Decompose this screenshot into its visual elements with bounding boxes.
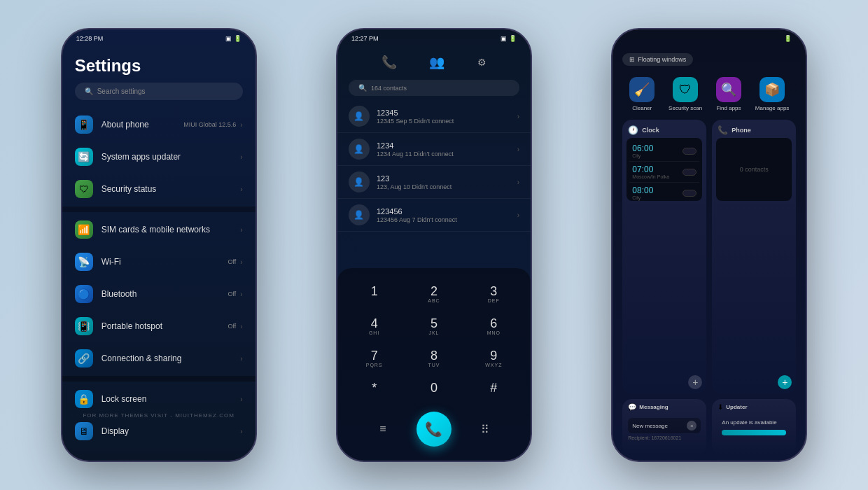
about-phone-chevron: › (240, 121, 242, 129)
float-app-cleaner[interactable]: 🧹 Cleaner (629, 77, 654, 111)
time-1: 12:28 PM (76, 35, 104, 42)
float-app-manage[interactable]: 📦 Manage apps (755, 77, 789, 111)
dial-key-6[interactable]: 6MNO (465, 312, 522, 341)
display-chevron: › (240, 428, 242, 435)
clock-toggle-2[interactable] (682, 169, 696, 176)
contact-avatar-3: 👤 (349, 172, 370, 192)
contact-item-3[interactable]: 👤 123 123, Aug 10 Didn't connect › (337, 166, 531, 199)
about-phone-icon: 📱 (75, 115, 93, 134)
clock-window-header: 🕐 Clock (622, 120, 706, 138)
contact-chevron-4: › (517, 211, 519, 219)
dial-key-hash[interactable]: # (465, 376, 522, 400)
search-placeholder: Search settings (97, 88, 146, 95)
settings-item-lockscreen[interactable]: 🔒 Lock screen › (62, 383, 255, 415)
clock-toggle-1[interactable] (682, 148, 696, 155)
settings-search[interactable]: 🔍 Search settings (75, 83, 243, 100)
float-mini-messaging[interactable]: 💬 Messaging New message × Recipient: 167… (622, 399, 706, 455)
settings-item-wifi[interactable]: 📡 Wi-Fi Off › (62, 246, 255, 278)
contact-item-1[interactable]: 👤 12345 12345 Sep 5 Didn't connect › (337, 100, 531, 133)
status-bar-2: 12:27 PM ▣ 🔋 (337, 29, 531, 45)
settings-item-sim[interactable]: 📶 SIM cards & mobile networks › (62, 214, 255, 246)
lockscreen-label: Lock screen (102, 394, 241, 404)
lockscreen-text: Lock screen (102, 394, 241, 404)
settings-item-bluetooth[interactable]: 🔵 Bluetooth Off › (62, 278, 255, 310)
float-app-find[interactable]: 🔍 Find apps (716, 77, 741, 111)
dialer-settings-icon[interactable]: ⚙ (477, 57, 486, 68)
dialpad-toggle-btn[interactable]: ≡ (370, 416, 396, 442)
dial-key-star[interactable]: * (346, 376, 402, 400)
clock-add-button[interactable]: + (688, 375, 702, 389)
dial-key-0[interactable]: 0 (405, 376, 462, 400)
cleaner-icon: 🧹 (629, 77, 654, 102)
message-close-button[interactable]: × (687, 421, 696, 430)
phone-add-button[interactable]: + (778, 375, 792, 389)
dialer-search[interactable]: 🔍 164 contacts (349, 80, 519, 96)
contact-chevron-1: › (517, 113, 519, 120)
contact-sub-3: 123, Aug 10 Didn't connect (377, 183, 517, 190)
settings-item-hotspot[interactable]: 📳 Portable hotspot Off › (62, 310, 255, 342)
phone-window-icon: 📞 (718, 125, 728, 135)
security-chevron: › (240, 186, 242, 193)
floating-icon: ⊞ (629, 56, 635, 63)
hotspot-chevron: › (240, 323, 242, 330)
dial-key-3[interactable]: 3DEF (465, 279, 522, 309)
security-text: Security status (102, 184, 241, 194)
floating-screen-wrapper: 🔋 ⊞ Floating windows 🧹 Cleaner (612, 29, 806, 461)
dial-key-9[interactable]: 9WXYZ (465, 344, 522, 373)
dialer-tab-contacts[interactable]: 👥 (429, 55, 444, 70)
dialer-search-placeholder: 164 contacts (371, 85, 407, 92)
clock-window-title: Clock (642, 127, 659, 134)
status-icons-2: ▣ 🔋 (500, 35, 517, 42)
system-apps-text: System apps updater (102, 152, 241, 162)
dialpad-numpad-btn[interactable]: ⠿ (472, 416, 498, 442)
settings-item-display[interactable]: 🖥 Display › (62, 415, 255, 447)
contact-avatar-2: 👤 (349, 139, 370, 160)
dial-key-1[interactable]: 1 (346, 279, 402, 309)
settings-item-about-phone[interactable]: 📱 About phone MIUI Global 12.5.6 › (62, 108, 255, 141)
settings-item-system-apps[interactable]: 🔄 System apps updater › (62, 141, 255, 173)
about-phone-badge: MIUI Global 12.5.6 (183, 121, 236, 128)
contact-avatar-1: 👤 (349, 106, 370, 127)
float-window-phone[interactable]: 📞 Phone 0 contacts + (712, 120, 796, 393)
float-mini-updater[interactable]: ⬇ Updater An update is available (712, 399, 796, 455)
wifi-chevron: › (240, 258, 242, 266)
clock-label-1: City (632, 153, 653, 158)
display-label: Display (102, 426, 241, 436)
settings-item-security[interactable]: 🛡 Security status › (62, 173, 255, 205)
floating-windows-button[interactable]: ⊞ Floating windows (622, 53, 693, 66)
dial-key-2[interactable]: 2ABC (405, 279, 462, 309)
connection-chevron: › (240, 355, 242, 363)
floating-windows-grid: 🕐 Clock 06:00 City (612, 120, 806, 393)
security-scan-label: Security scan (668, 105, 702, 111)
hotspot-label: Portable hotspot (102, 321, 228, 331)
dial-key-8[interactable]: 8TUV (405, 344, 462, 373)
about-phone-text: About phone (102, 120, 184, 130)
dial-key-4[interactable]: 4GHI (346, 312, 402, 341)
bluetooth-text: Bluetooth (102, 289, 228, 299)
contact-info-3: 123 123, Aug 10 Didn't connect (377, 174, 517, 190)
settings-item-connection[interactable]: 🔗 Connection & sharing › (62, 342, 255, 374)
manage-apps-label: Manage apps (755, 105, 789, 111)
security-icon: 🛡 (75, 180, 93, 198)
contact-info-4: 123456 123456 Aug 7 Didn't connect (377, 207, 517, 223)
security-label: Security status (102, 184, 241, 194)
messaging-header: 💬 Messaging (622, 399, 706, 415)
dial-key-5[interactable]: 5JKL (405, 312, 462, 341)
float-window-clock[interactable]: 🕐 Clock 06:00 City (622, 120, 706, 393)
dial-key-7[interactable]: 7PQRS (346, 344, 402, 373)
contact-name-2: 1234 (377, 141, 517, 150)
floating-header: ⊞ Floating windows (612, 49, 806, 73)
phone-window-contacts-count: 0 contacts (740, 166, 769, 173)
contact-item-2[interactable]: 👤 1234 1234 Aug 11 Didn't connect › (337, 133, 531, 166)
clock-time-2: 07:00 (632, 164, 669, 174)
call-button[interactable]: 📞 (416, 412, 451, 447)
settings-divider-2 (62, 376, 255, 382)
float-app-security[interactable]: 🛡 Security scan (668, 77, 702, 111)
contact-item-4[interactable]: 👤 123456 123456 Aug 7 Didn't connect › (337, 199, 531, 232)
floating-label: Floating windows (638, 56, 686, 63)
settings-screen: 12:28 PM ▣ 🔋 Settings 🔍 Search settings (62, 29, 255, 461)
bluetooth-label: Bluetooth (102, 289, 228, 299)
messaging-icon: 💬 (628, 403, 636, 411)
clock-toggle-3[interactable] (682, 190, 696, 197)
dialer-tab-recent[interactable]: 📞 (382, 55, 397, 70)
